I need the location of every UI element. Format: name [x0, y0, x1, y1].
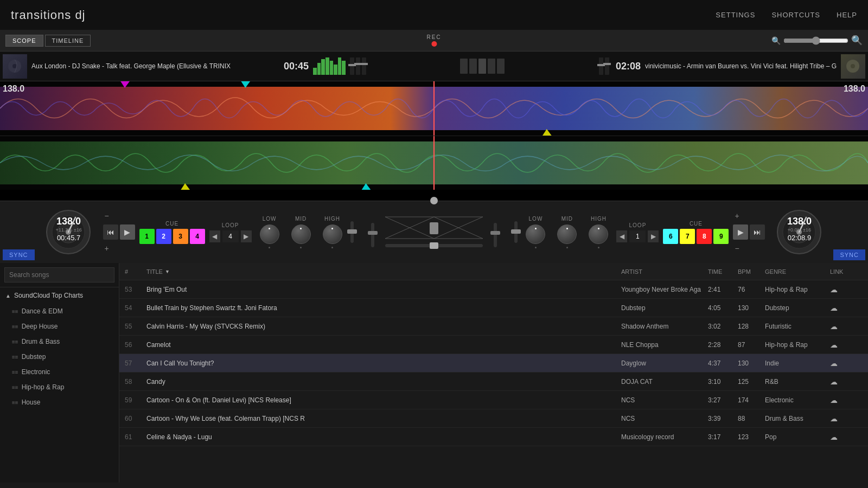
- deck-right-pitch: +0.0% ±16: [787, 227, 812, 233]
- deck-left-pitch: +11.3% ±16: [55, 227, 81, 233]
- row-title: Camelot: [146, 341, 621, 349]
- col-header-bpm[interactable]: BPM: [738, 268, 765, 275]
- deck-left-minus-btn[interactable]: −: [103, 211, 111, 220]
- row-time: 3:17: [708, 433, 738, 441]
- soundcloud-link-icon[interactable]: ☁: [830, 341, 838, 349]
- high-knob-left[interactable]: [323, 224, 342, 244]
- row-number: 54: [125, 304, 146, 312]
- row-artist: Musicology record: [621, 433, 708, 441]
- deck-right-fwd-btn[interactable]: ⏭: [750, 224, 765, 240]
- ch-fader-1[interactable]: [371, 223, 374, 247]
- nav-help[interactable]: HELP: [837, 11, 857, 19]
- vol-fader-left[interactable]: [350, 217, 354, 247]
- hiphop-icon: ≡≡: [12, 384, 18, 390]
- high-knob-right[interactable]: [589, 224, 608, 244]
- cue-btn-left-4[interactable]: 4: [190, 229, 205, 244]
- cue-btn-right-6[interactable]: 6: [663, 229, 678, 244]
- deck-left-bpm-display: 138.0: [55, 216, 81, 227]
- loop-next-left[interactable]: ▶: [241, 230, 252, 242]
- col-header-time[interactable]: TIME: [708, 268, 738, 275]
- mid-knob-right[interactable]: [557, 224, 577, 244]
- row-number: 60: [125, 415, 146, 422]
- sidebar: ▲ SoundCloud Top Charts ≡≡ Dance & EDM ≡…: [0, 263, 119, 483]
- cue-btn-right-9[interactable]: 9: [713, 229, 729, 244]
- tab-scope[interactable]: SCOPE: [5, 35, 43, 47]
- search-input[interactable]: [4, 267, 114, 282]
- tab-timeline[interactable]: TIMELINE: [45, 35, 91, 47]
- sidebar-item-electronic[interactable]: ≡≡ Electronic: [0, 364, 119, 380]
- deep-house-icon: ≡≡: [12, 324, 18, 330]
- cue-btn-left-3[interactable]: 3: [173, 229, 188, 244]
- table-row[interactable]: 59 Cartoon - On & On (ft. Daniel Levi) […: [119, 391, 868, 409]
- cue-btn-right-8[interactable]: 8: [697, 229, 712, 244]
- deck-right-plus-btn[interactable]: +: [733, 211, 741, 220]
- deck-left-info: Aux London - DJ Snake - Talk feat. Georg…: [31, 62, 279, 70]
- sidebar-item-hiphop-rap[interactable]: ≡≡ Hip-hop & Rap: [0, 380, 119, 395]
- cue-btn-right-7[interactable]: 7: [680, 229, 695, 244]
- row-artist: NCS: [621, 396, 708, 404]
- col-header-genre[interactable]: GENRE: [765, 268, 830, 275]
- soundcloud-link-icon[interactable]: ☁: [830, 322, 838, 331]
- soundcloud-link-icon[interactable]: ☁: [830, 396, 838, 404]
- low-knob-left[interactable]: [260, 224, 279, 244]
- soundcloud-link-icon[interactable]: ☁: [830, 304, 838, 312]
- sync-btn-right[interactable]: SYNC: [833, 249, 865, 260]
- soundcloud-link-icon[interactable]: ☁: [830, 285, 838, 294]
- cue-btn-left-2[interactable]: 2: [156, 229, 171, 244]
- table-row[interactable]: 58 Candy DOJA CAT 3:10 125 R&B ☁: [119, 373, 868, 391]
- deck-left-plus-btn[interactable]: +: [103, 244, 111, 253]
- ch-fader-2[interactable]: [494, 223, 497, 247]
- waveform-top: [0, 81, 868, 136]
- sync-btn-left[interactable]: SYNC: [3, 249, 35, 260]
- table-row[interactable]: 56 Camelot NLE Choppa 2:28 87 Hip-hop & …: [119, 336, 868, 354]
- sidebar-item-dance-edm[interactable]: ≡≡ Dance & EDM: [0, 304, 119, 319]
- vol-fader-right[interactable]: [514, 217, 518, 247]
- soundcloud-link-icon[interactable]: ☁: [830, 377, 838, 386]
- loop-prev-right[interactable]: ◀: [616, 230, 627, 242]
- loop-next-right[interactable]: ▶: [648, 230, 659, 242]
- table-row[interactable]: 54 Bullet Train by Stephen Swartz ft. Jo…: [119, 299, 868, 317]
- title-sort-icon[interactable]: ▼: [165, 269, 170, 274]
- zoom-out-icon[interactable]: 🔍: [771, 36, 781, 45]
- mid-knob-left[interactable]: [291, 224, 311, 244]
- soundcloud-link-icon[interactable]: ☁: [830, 359, 838, 368]
- soundcloud-link-icon[interactable]: ☁: [830, 433, 838, 441]
- sidebar-header-soundcloud[interactable]: ▲ SoundCloud Top Charts: [0, 287, 119, 304]
- bpm-left-display: 138.0: [3, 84, 24, 94]
- table-row[interactable]: 60 Cartoon - Why We Lose (feat. Coleman …: [119, 409, 868, 428]
- nav-shortcuts[interactable]: SHORTCUTS: [771, 11, 820, 19]
- sidebar-item-house[interactable]: ≡≡ House: [0, 395, 119, 410]
- col-header-artist[interactable]: ARTIST: [621, 268, 708, 275]
- deck-left-rewind-btn[interactable]: ⏮: [103, 224, 118, 240]
- deck-right-minus-btn[interactable]: −: [733, 244, 741, 253]
- table-row[interactable]: 57 Can I Call You Tonight? Dayglow 4:37 …: [119, 354, 868, 373]
- sidebar-item-dubstep[interactable]: ≡≡ Dubstep: [0, 349, 119, 364]
- electronic-icon: ≡≡: [12, 369, 18, 375]
- rec-dot: [431, 41, 437, 47]
- table-row[interactable]: 61 Celine & Nadya - Lugu Musicology reco…: [119, 428, 868, 446]
- soundcloud-link-icon[interactable]: ☁: [830, 414, 838, 423]
- scrubber-dot[interactable]: [430, 197, 438, 204]
- cue-btn-left-1[interactable]: 1: [139, 229, 155, 244]
- row-title: Calvin Harris - My Way (STVCKS Remix): [146, 323, 621, 330]
- deck-left-track: Aux London - DJ Snake - Talk feat. Georg…: [0, 54, 369, 79]
- dubstep-icon: ≡≡: [12, 354, 18, 360]
- sidebar-item-deep-house[interactable]: ≡≡ Deep House: [0, 319, 119, 334]
- deck-left-play-btn[interactable]: ▶: [120, 224, 135, 240]
- low-knob-right[interactable]: [526, 224, 545, 244]
- row-link: ☁: [830, 341, 863, 349]
- zoom-in-icon[interactable]: 🔍: [851, 35, 863, 46]
- row-link: ☁: [830, 285, 863, 294]
- table-row[interactable]: 55 Calvin Harris - My Way (STVCKS Remix)…: [119, 317, 868, 336]
- row-artist: NLE Choppa: [621, 341, 708, 349]
- table-body: 53 Bring 'Em Out Youngboy Never Broke Ag…: [119, 280, 868, 446]
- deck-right-play-btn[interactable]: ▶: [733, 224, 748, 240]
- loop-prev-left[interactable]: ◀: [209, 230, 220, 242]
- table-row[interactable]: 53 Bring 'Em Out Youngboy Never Broke Ag…: [119, 280, 868, 299]
- bpm-right-display: 138.0: [844, 84, 865, 94]
- row-number: 58: [125, 378, 146, 386]
- sidebar-item-drum-bass[interactable]: ≡≡ Drum & Bass: [0, 334, 119, 349]
- nav-settings[interactable]: SETTINGS: [716, 11, 755, 19]
- album-art-right: [841, 54, 865, 79]
- zoom-slider[interactable]: [783, 36, 848, 45]
